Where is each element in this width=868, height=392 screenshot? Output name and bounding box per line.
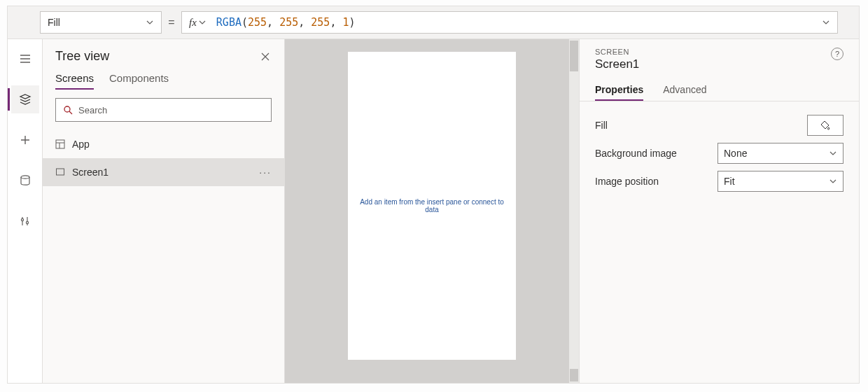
formula-text: RGBA(255, 255, 255, 1) (216, 16, 356, 29)
tree-item-app[interactable]: App (43, 130, 284, 158)
prop-label: Background image (595, 148, 677, 159)
properties-title: Screen1 (595, 57, 639, 71)
properties-panel: SCREEN Screen1 ? Properties Advanced Fil… (579, 39, 859, 383)
more-icon[interactable]: ··· (259, 167, 272, 178)
chevron-down-icon[interactable] (198, 18, 206, 27)
design-canvas[interactable]: Add an item from the insert pane or conn… (348, 52, 516, 360)
tree-item-label: Screen1 (72, 167, 108, 178)
rail-hamburger[interactable] (11, 45, 39, 73)
scrollbar-thumb[interactable] (570, 369, 578, 382)
svg-point-1 (21, 218, 23, 220)
svg-rect-5 (57, 169, 64, 175)
search-placeholder: Search (78, 105, 107, 115)
chevron-down-icon[interactable] (822, 18, 830, 27)
tab-screens[interactable]: Screens (55, 72, 94, 90)
search-input[interactable]: Search (55, 98, 272, 122)
equals-label: = (162, 16, 181, 29)
hamburger-icon (19, 52, 31, 65)
formula-bar: Fill = fx RGBA(255, 255, 255, 1) (8, 6, 859, 38)
left-rail (8, 39, 43, 383)
prop-row-image-position: Image position Fit (595, 167, 844, 195)
prop-row-bg-image: Background image None (595, 139, 844, 167)
properties-kicker: SCREEN (595, 48, 639, 56)
rail-tools[interactable] (11, 207, 39, 235)
plus-icon (19, 134, 31, 146)
canvas-scrollbar[interactable] (569, 39, 579, 383)
prop-label: Fill (595, 120, 608, 131)
property-selector-label: Fill (48, 17, 60, 28)
svg-rect-4 (56, 140, 64, 148)
tab-properties[interactable]: Properties (595, 84, 643, 101)
scrollbar-thumb[interactable] (570, 41, 578, 71)
image-position-value: Fit (724, 176, 735, 187)
close-icon[interactable] (259, 50, 272, 63)
fill-color-button[interactable] (807, 115, 844, 136)
chevron-down-icon (146, 18, 154, 27)
tab-advanced[interactable]: Advanced (663, 84, 706, 101)
chevron-down-icon (829, 149, 837, 158)
svg-point-0 (21, 176, 29, 178)
tree-view-panel: Tree view Screens Components Search App (43, 39, 285, 383)
formula-input[interactable]: fx RGBA(255, 255, 255, 1) (181, 11, 838, 34)
screen-icon (55, 167, 65, 177)
layers-icon (19, 93, 31, 106)
tree-item-screen1[interactable]: Screen1 ··· (43, 158, 284, 186)
image-position-select[interactable]: Fit (718, 171, 844, 192)
property-selector[interactable]: Fill (40, 11, 162, 34)
rail-data[interactable] (11, 167, 39, 195)
paint-bucket-icon (820, 120, 830, 130)
rail-tree-view[interactable] (11, 85, 39, 113)
database-icon (19, 174, 31, 187)
prop-row-fill: Fill (595, 111, 844, 139)
search-icon (63, 105, 73, 115)
help-icon[interactable]: ? (831, 48, 844, 60)
rail-insert[interactable] (11, 126, 39, 154)
tree-item-label: App (72, 139, 90, 150)
tools-icon (19, 215, 31, 227)
tab-components[interactable]: Components (109, 72, 169, 90)
chevron-down-icon (829, 177, 837, 186)
bg-image-select[interactable]: None (718, 143, 844, 164)
svg-point-2 (26, 221, 28, 223)
app-icon (55, 139, 65, 149)
svg-point-3 (64, 106, 70, 112)
canvas-hint: Add an item from the insert pane or conn… (355, 198, 509, 214)
bg-image-value: None (724, 148, 747, 159)
tree-view-title: Tree view (55, 49, 109, 64)
fx-icon: fx (189, 17, 197, 29)
prop-label: Image position (595, 176, 659, 187)
canvas-area[interactable]: Add an item from the insert pane or conn… (285, 39, 579, 383)
